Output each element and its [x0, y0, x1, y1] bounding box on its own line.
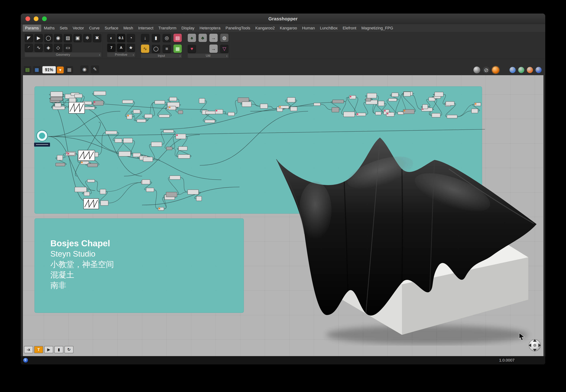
graph-node[interactable]: [51, 92, 63, 97]
tab-human[interactable]: Human: [300, 25, 317, 31]
box-icon[interactable]: ▣: [74, 34, 82, 42]
device-widget-button[interactable]: ▮: [54, 346, 63, 353]
graph-node[interactable]: [435, 92, 443, 96]
navy-ball-button[interactable]: [536, 67, 542, 73]
graph-node[interactable]: [471, 109, 478, 113]
tab-params[interactable]: Params: [23, 25, 41, 31]
tab-surface[interactable]: Surface: [102, 25, 121, 31]
group-expand-icon[interactable]: ›: [226, 54, 227, 57]
arc-icon[interactable]: ◜: [25, 43, 33, 52]
digit-seven-icon[interactable]: 7: [107, 43, 116, 52]
graph-node[interactable]: [166, 147, 172, 150]
tab-panelingtools[interactable]: PanelingTools: [223, 25, 253, 31]
fit-view-button[interactable]: ▦: [65, 66, 73, 73]
flask-icon[interactable]: ▽: [220, 44, 228, 53]
cylinder-icon[interactable]: ▭: [64, 43, 72, 52]
tab-lunchbox[interactable]: LunchBox: [318, 25, 340, 31]
cherries-icon[interactable]: ♥: [188, 44, 196, 53]
graph-node[interactable]: [378, 101, 384, 106]
new-file-button[interactable]: ▤: [24, 66, 31, 73]
spline-icon[interactable]: ∿: [34, 43, 43, 52]
graph-node[interactable]: [332, 100, 344, 103]
graph-node[interactable]: [422, 104, 428, 109]
graph-node[interactable]: [332, 108, 339, 112]
jump-arrow-icon[interactable]: →: [209, 34, 218, 42]
no-preview-ball-button[interactable]: ⊘: [483, 67, 490, 73]
x-mark-icon[interactable]: ✖: [93, 34, 101, 42]
graph-node[interactable]: [115, 139, 122, 142]
traffic-minimize-button[interactable]: [34, 16, 38, 21]
tab-sets[interactable]: Sets: [57, 25, 70, 31]
graph-node[interactable]: [155, 100, 165, 104]
save-file-button[interactable]: ▦: [33, 66, 41, 73]
ring-icon[interactable]: ◯: [152, 44, 160, 53]
shaded-preview-ball-button[interactable]: [492, 67, 499, 73]
graph-node[interactable]: [404, 92, 411, 96]
graph-node[interactable]: [375, 112, 381, 115]
tab-transform[interactable]: Transform: [156, 25, 179, 31]
graph-node[interactable]: [94, 91, 106, 95]
graph-node[interactable]: [159, 115, 170, 117]
sketch-brush-button[interactable]: ✎: [91, 65, 99, 73]
graph-node[interactable]: [119, 152, 131, 156]
tab-vector[interactable]: Vector: [70, 25, 86, 31]
graph-node[interactable]: [196, 196, 202, 201]
math-widget-button[interactable]: -x: [24, 346, 33, 353]
graph-node[interactable]: [133, 153, 140, 157]
graph-node[interactable]: [188, 190, 198, 194]
group-expand-icon[interactable]: ›: [179, 54, 181, 57]
zoom-dropdown-button[interactable]: ▾: [57, 67, 64, 73]
pie-icon[interactable]: ◔: [127, 34, 135, 42]
graph-node[interactable]: [290, 107, 297, 111]
graph-node[interactable]: [105, 131, 117, 134]
graph-node[interactable]: [366, 98, 371, 101]
red-panel-icon[interactable]: ▤: [173, 34, 182, 42]
graph-node[interactable]: [69, 98, 76, 102]
snowflake-box-icon[interactable]: ❄: [83, 34, 91, 42]
tab-heteroptera[interactable]: Heteroptera: [197, 25, 223, 31]
graph-node[interactable]: [122, 100, 133, 103]
knob-icon[interactable]: ◎: [163, 34, 171, 42]
preview-eye-button[interactable]: ◉: [80, 65, 89, 73]
profiler-widget-button[interactable]: ▶: [44, 346, 53, 353]
graph-node[interactable]: [205, 120, 215, 123]
download-panel-icon[interactable]: ↓: [141, 34, 149, 42]
graph-node[interactable]: [146, 188, 154, 192]
graph-node[interactable]: [179, 147, 187, 150]
tab-mesh[interactable]: Mesh: [121, 25, 135, 31]
graph-node[interactable]: [55, 103, 61, 107]
compass-widget-button[interactable]: ↻: [64, 346, 74, 353]
hatched-quad-icon[interactable]: ▨: [64, 34, 72, 42]
graph-node[interactable]: [100, 189, 106, 194]
shaded-circle-icon[interactable]: ◉: [54, 34, 62, 42]
tab-display[interactable]: Display: [179, 25, 197, 31]
tree-icon[interactable]: ♠: [188, 34, 196, 42]
tab-curve[interactable]: Curve: [87, 25, 102, 31]
zoom-display[interactable]: 91%: [43, 66, 56, 73]
list-panel-icon[interactable]: ≡: [163, 44, 171, 53]
yellow-graph-icon[interactable]: ∿: [141, 44, 149, 53]
graph-node[interactable]: [143, 157, 153, 162]
letter-a-icon[interactable]: A: [117, 43, 125, 52]
circle-icon[interactable]: ◯: [44, 34, 53, 42]
forest-icon[interactable]: ♣: [198, 34, 207, 42]
graph-node[interactable]: [392, 93, 398, 97]
toggle-icon[interactable]: ▮: [152, 34, 160, 42]
tab-magnetizing_fpg[interactable]: Magnetizing_FPG: [359, 25, 395, 31]
graph-node[interactable]: [199, 98, 205, 103]
traffic-zoom-button[interactable]: [42, 16, 47, 21]
graph-node[interactable]: [51, 97, 62, 100]
graph-node[interactable]: [56, 163, 65, 166]
group-expand-icon[interactable]: ›: [133, 53, 134, 56]
graph-node[interactable]: [164, 130, 174, 133]
swirl-circle-icon[interactable]: ◐: [107, 34, 116, 42]
canvas[interactable]: Bosjes ChapelSteyn Studio小教堂，神圣空间混凝土南非: [23, 75, 543, 356]
graph-node[interactable]: [228, 112, 235, 116]
graph-node[interactable]: [101, 201, 108, 206]
graph-node[interactable]: [133, 110, 140, 113]
diamond-icon[interactable]: ◈: [44, 43, 53, 52]
graph-node[interactable]: [74, 94, 82, 98]
graph-node[interactable]: [178, 154, 190, 158]
graph-node[interactable]: [137, 119, 146, 122]
graph-node[interactable]: [57, 155, 63, 160]
